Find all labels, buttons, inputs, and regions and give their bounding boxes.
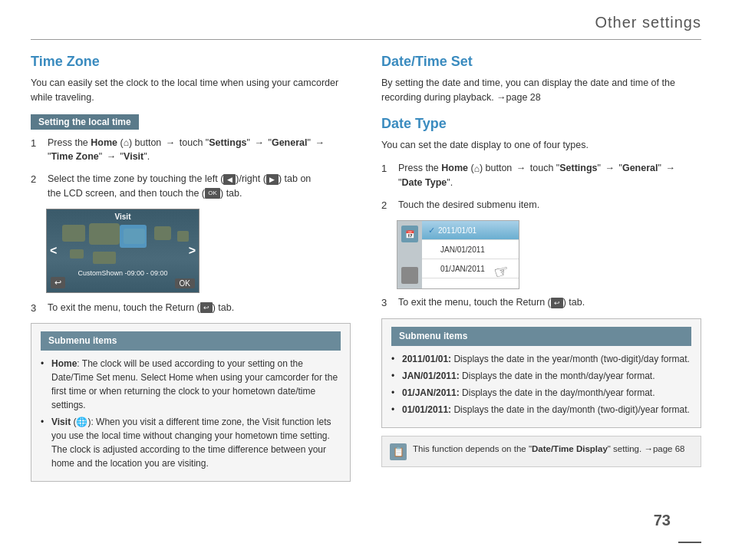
- bullet-2: •: [391, 369, 399, 383]
- submenu-date-item-2: • JAN/01/2011: Displays the date in the …: [391, 369, 691, 383]
- dt-sidebar-icon-top: 📅: [401, 226, 418, 242]
- date-step-num-3: 3: [381, 295, 392, 311]
- note-text: This function depends on the "Date/Time …: [413, 443, 684, 456]
- map-time-label: CustomShown -09:00 - 09:00: [77, 269, 167, 277]
- submenu-date-text-4: 01/01/2011: Displays the date in the day…: [402, 403, 690, 417]
- bullet-1: •: [391, 352, 399, 366]
- dt-item-label-2: JAN/01/2011: [428, 245, 485, 254]
- step-text-1: Press the Home (⌂) button → touch "Setti…: [48, 136, 351, 165]
- map-land-4: [154, 226, 171, 240]
- map-land-6: [70, 249, 84, 259]
- date-step-text-1: Press the Home (⌂) button → touch "Setti…: [398, 161, 701, 190]
- page-number-container: 73: [678, 542, 701, 545]
- step-text-2: Select the time zone by touching the lef…: [48, 172, 351, 201]
- page-container: Other settings Time Zone You can easily …: [0, 0, 732, 560]
- right-arrow-icon: ▶: [266, 174, 279, 185]
- map-land-7: [93, 252, 116, 264]
- date-type-title: Date Type: [381, 116, 701, 132]
- submenu-home-text: Home: The clock will be used according t…: [51, 357, 341, 412]
- page-header: Other settings: [31, 0, 701, 40]
- submenu-box-title: Submenu items: [41, 331, 341, 351]
- dt-sidebar-icon-bottom: [401, 267, 418, 284]
- datetime-set-intro: By setting the date and time, you can di…: [381, 76, 701, 105]
- submenu-item-home: • Home: The clock will be used according…: [41, 357, 341, 412]
- step-3: 3 To exit the menu, touch the Return (↩)…: [31, 301, 351, 316]
- step-num-2: 2: [31, 172, 41, 201]
- map-ok-button[interactable]: OK: [175, 278, 195, 288]
- map-land-5: [177, 231, 189, 242]
- date-step-num-1: 1: [381, 161, 392, 190]
- submenu-items-box: Submenu items • Home: The clock will be …: [31, 323, 351, 482]
- content-columns: Time Zone You can easily set the clock t…: [31, 54, 701, 482]
- submenu-date-item-4: • 01/01/2011: Displays the date in the d…: [391, 403, 691, 417]
- time-zone-intro: You can easily set the clock to the loca…: [31, 76, 351, 105]
- date-step-2: 2 Touch the desired submenu item.: [381, 198, 701, 213]
- ok-icon: OK: [205, 188, 220, 199]
- bullet-3: •: [391, 386, 399, 400]
- step-num-1: 1: [31, 136, 41, 165]
- date-step-1: 1 Press the Home (⌂) button → touch "Set…: [381, 161, 701, 190]
- date-type-submenu-title: Submenu items: [391, 327, 691, 346]
- map-highlight: [120, 225, 147, 248]
- setting-local-time-label: Setting the local time: [31, 114, 139, 130]
- right-column: Date/Time Set By setting the date and ti…: [381, 54, 701, 482]
- submenu-date-item-3: • 01/JAN/2011: Displays the date in the …: [391, 386, 691, 400]
- note-icon: 📋: [390, 443, 407, 460]
- submenu-visit-text: Visit (🌐): When you visit a different ti…: [51, 415, 341, 470]
- page-number: 73: [654, 512, 671, 529]
- map-image: Visit < > CustomShown -09:00 - 09:00 ↩ O…: [46, 209, 199, 293]
- left-column: Time Zone You can easily set the clock t…: [31, 54, 351, 482]
- bullet-4: •: [391, 403, 399, 417]
- submenu-date-text-2: JAN/01/2011: Displays the date in the mo…: [402, 369, 655, 383]
- time-zone-title: Time Zone: [31, 54, 351, 70]
- bullet-home: •: [41, 357, 48, 412]
- step-num-3: 3: [31, 301, 41, 316]
- home-icon: ⌂: [124, 136, 129, 150]
- submenu-date-item-1: • 2011/01/01: Displays the date in the y…: [391, 352, 691, 366]
- date-step-3: 3 To exit the menu, touch the Return (↩)…: [381, 295, 701, 311]
- map-right-arrow[interactable]: >: [189, 244, 196, 258]
- header-title: Other settings: [595, 14, 701, 31]
- date-step-text-3: To exit the menu, touch the Return (↩) t…: [398, 295, 701, 311]
- dt-item-label-3: 01/JAN/2011: [428, 265, 485, 273]
- date-type-submenu-box: Submenu items • 2011/01/01: Displays the…: [381, 318, 701, 428]
- date-step-num-2: 2: [381, 198, 392, 213]
- bullet-visit: •: [41, 415, 48, 470]
- map-left-arrow[interactable]: <: [50, 244, 57, 258]
- step-1: 1 Press the Home (⌂) button → touch "Set…: [31, 136, 351, 165]
- dt-menu-item-1[interactable]: ✓ 2011/01/01: [422, 221, 519, 240]
- dt-menu-item-2[interactable]: JAN/01/2011: [422, 240, 519, 259]
- step-text-3: To exit the menu, touch the Return (↩) t…: [48, 301, 351, 316]
- step-2: 2 Select the time zone by touching the l…: [31, 172, 351, 201]
- page-number-line: [678, 542, 701, 543]
- map-return-button[interactable]: ↩: [51, 277, 65, 288]
- submenu-date-text-1: 2011/01/01: Displays the date in the yea…: [402, 352, 690, 366]
- left-arrow-icon: ◀: [223, 174, 236, 185]
- dt-item-label-1: 2011/01/01: [438, 226, 476, 235]
- check-icon: ✓: [428, 226, 435, 236]
- return-icon: ↩: [200, 302, 213, 313]
- date-type-image: 📅 ✓ 2011/01/01 JAN/01/2011 01/JAN/2011: [397, 220, 519, 289]
- return-icon-2: ↩: [551, 298, 563, 308]
- map-visit-label: Visit: [115, 212, 131, 221]
- date-step-text-2: Touch the desired submenu item.: [398, 198, 701, 213]
- date-type-intro: You can set the date display to one of f…: [381, 138, 701, 153]
- datetime-set-title: Date/Time Set: [381, 54, 701, 70]
- home-icon-2: ⌂: [474, 162, 480, 176]
- map-land-1: [62, 225, 85, 242]
- note-box: 📋 This function depends on the "Date/Tim…: [381, 436, 701, 467]
- submenu-item-visit: • Visit (🌐): When you visit a different …: [41, 415, 341, 470]
- submenu-date-text-3: 01/JAN/2011: Displays the date in the da…: [402, 386, 655, 400]
- dt-sidebar: 📅: [397, 221, 422, 288]
- map-land-2: [89, 223, 120, 245]
